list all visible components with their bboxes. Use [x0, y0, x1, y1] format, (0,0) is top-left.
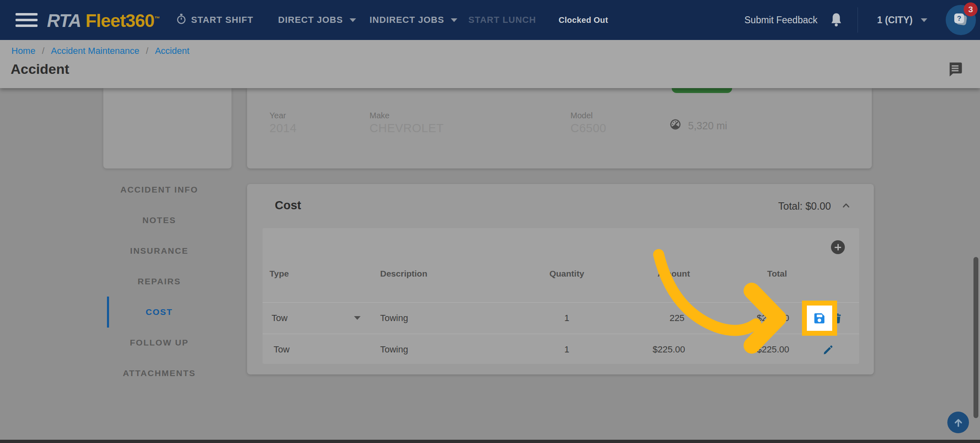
cost-table-panel: Type Description Quantity Amount Total T…	[263, 228, 859, 364]
chevron-down-icon	[451, 18, 457, 22]
brand-rta: RTA	[47, 11, 81, 31]
year-label: Year	[270, 111, 286, 120]
cost-card-title: Cost	[275, 199, 301, 212]
row-total-value: $225.00	[732, 344, 814, 355]
comments-icon[interactable]	[947, 61, 964, 79]
description-input[interactable]: Towing	[380, 313, 408, 323]
navbar-divider	[858, 7, 858, 33]
vehicle-info-card: Year 2014 Make CHEVROLET Model C6500 5,3…	[247, 88, 872, 168]
speedometer-icon	[669, 118, 682, 133]
col-header-type: Type	[270, 269, 289, 279]
row-total-value: $225.00	[732, 313, 814, 323]
notifications-bell-icon[interactable]	[827, 11, 845, 31]
page-header: Home / Accident Maintenance / Accident A…	[0, 40, 980, 88]
direct-jobs-label: DIRECT JOBS	[278, 15, 343, 25]
sidebar-item-cost[interactable]: COST	[98, 307, 220, 317]
edit-row-pencil-icon[interactable]	[822, 343, 834, 357]
breadcrumb-accident-maintenance[interactable]: Accident Maintenance	[51, 46, 139, 56]
vertical-scrollbar-thumb[interactable]	[973, 257, 978, 418]
scroll-to-top-button[interactable]	[947, 412, 969, 433]
brand-360: 360	[125, 11, 154, 31]
brand-trademark: ™	[154, 15, 160, 22]
collapse-chevron-up-icon[interactable]	[840, 200, 852, 213]
start-lunch-label: START LUNCH	[468, 15, 536, 25]
sidebar-item-insurance[interactable]: INSURANCE	[98, 246, 220, 256]
type-value: Tow	[274, 344, 290, 355]
stopwatch-icon	[176, 13, 187, 27]
direct-jobs-menu[interactable]: DIRECT JOBS	[278, 14, 356, 26]
vehicle-image-placeholder	[103, 88, 232, 168]
table-divider	[263, 302, 859, 303]
org-label: 1 (CITY)	[877, 15, 913, 26]
start-lunch-button: START LUNCH	[468, 14, 536, 26]
make-label: Make	[370, 111, 390, 120]
brand-logo[interactable]: RTA Fleet360™	[47, 11, 160, 31]
vehicle-status-pill	[672, 88, 732, 93]
cost-card: Cost Total: $0.00 Type Description Quant…	[247, 184, 874, 374]
odometer-value: 5,320 mi	[688, 120, 727, 132]
breadcrumb-home[interactable]: Home	[11, 46, 36, 56]
brand-fleet: Fleet	[86, 11, 126, 31]
col-header-amount: Amount	[633, 269, 715, 279]
menu-hamburger-icon[interactable]	[16, 13, 38, 27]
col-header-total: Total	[736, 269, 818, 279]
odometer: 5,320 mi	[669, 118, 727, 133]
chevron-down-icon	[350, 18, 356, 22]
save-floppy-icon	[813, 312, 826, 325]
col-header-quantity: Quantity	[526, 269, 608, 279]
model-label: Model	[570, 111, 592, 120]
breadcrumb: Home / Accident Maintenance / Accident	[11, 46, 189, 56]
app-screen: RTA Fleet360™ START SHIFT DIRECT JOBS IN…	[0, 0, 980, 443]
arrow-up-icon	[952, 416, 964, 429]
make-value: CHEVROLET	[370, 122, 444, 135]
quantity-value: 1	[526, 344, 608, 355]
type-select-value[interactable]: Tow	[272, 313, 287, 323]
notification-count-badge: 3	[964, 2, 978, 16]
save-row-button-highlighted[interactable]	[802, 301, 837, 336]
clock-status: Clocked Out	[559, 16, 608, 25]
quantity-input[interactable]: 1	[526, 313, 608, 323]
col-header-description: Description	[380, 269, 428, 279]
sidebar-item-attachments[interactable]: ATTACHMENTS	[98, 368, 220, 378]
year-value: 2014	[270, 122, 297, 135]
sidebar-item-repairs[interactable]: REPAIRS	[98, 277, 220, 286]
submit-feedback-link[interactable]: Submit Feedback	[744, 15, 817, 26]
breadcrumb-accident[interactable]: Accident	[155, 46, 189, 56]
breadcrumb-separator: /	[146, 46, 148, 56]
breadcrumb-separator: /	[42, 46, 45, 56]
amount-input[interactable]: 225	[636, 313, 718, 323]
description-value: Towing	[380, 344, 408, 355]
sidebar-item-accident-info[interactable]: ACCIDENT INFO	[98, 185, 220, 195]
bottom-edge-bar	[0, 440, 980, 443]
add-cost-button[interactable]	[831, 240, 845, 254]
model-value: C6500	[570, 122, 606, 135]
top-navbar: RTA Fleet360™ START SHIFT DIRECT JOBS IN…	[0, 0, 980, 40]
chevron-down-icon	[921, 18, 927, 22]
indirect-jobs-menu[interactable]: INDIRECT JOBS	[370, 14, 457, 26]
indirect-jobs-label: INDIRECT JOBS	[370, 15, 444, 25]
select-caret-icon[interactable]	[354, 316, 361, 320]
page-title: Accident	[11, 61, 69, 77]
org-selector[interactable]: 1 (CITY)	[877, 15, 927, 26]
table-divider	[263, 334, 859, 334]
start-shift-label: START SHIFT	[191, 15, 253, 25]
sidebar-item-notes[interactable]: NOTES	[98, 215, 220, 225]
start-shift-button[interactable]: START SHIFT	[176, 14, 253, 26]
svg-text:?: ?	[957, 15, 961, 22]
sidebar-item-follow-up[interactable]: FOLLOW UP	[98, 338, 220, 348]
sidebar-active-indicator	[107, 297, 109, 328]
cost-total-summary: Total: $0.00	[717, 200, 831, 212]
amount-value: $225.00	[628, 344, 710, 355]
